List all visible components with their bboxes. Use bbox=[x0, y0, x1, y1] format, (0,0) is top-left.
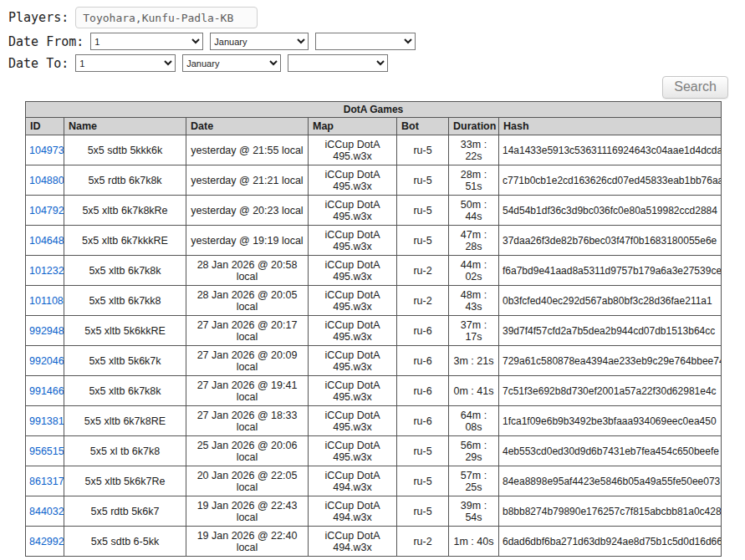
game-hash-cell: 14a1433e5913c53631116924643c04aae1d4dcda bbox=[499, 135, 722, 165]
game-hash-cell: c771b0cb1e2cd163626cd07ed45833eab1bb76aa bbox=[499, 165, 722, 196]
game-map-cell: iCCup DotA 495.w3x bbox=[309, 346, 397, 376]
column-header-name: Name bbox=[64, 118, 186, 135]
game-id-link[interactable]: 1011082 bbox=[29, 295, 64, 307]
game-map-cell: iCCup DotA 495.w3x bbox=[309, 286, 397, 316]
game-name-cell: 5x5 xltb 5k6k7k bbox=[64, 346, 186, 376]
column-header-date: Date bbox=[186, 118, 309, 135]
game-bot-cell: ru-5 bbox=[397, 135, 449, 165]
game-date-cell: 27 Jan 2026 @ 20:09 local bbox=[186, 346, 309, 376]
game-map-cell: iCCup DotA 495.w3x bbox=[309, 406, 397, 436]
games-table: DotA Games ID Name Date Map Bot Duration… bbox=[25, 101, 722, 557]
players-label: Players: bbox=[8, 10, 69, 25]
game-id-cell: 992948 bbox=[26, 316, 64, 346]
date-to-row: Date To: 1 January bbox=[8, 54, 745, 72]
game-id-link[interactable]: 992948 bbox=[29, 325, 64, 337]
game-duration-cell: 48m : 43s bbox=[449, 286, 499, 316]
game-map-cell: iCCup DotA 495.w3x bbox=[309, 376, 397, 406]
game-duration-cell: 1m : 40s bbox=[449, 527, 499, 557]
column-header-map: Map bbox=[309, 118, 397, 135]
game-id-link[interactable]: 992046 bbox=[29, 355, 64, 367]
game-name-cell: 5x5 xltb 6k7k8kRe bbox=[64, 196, 186, 226]
game-id-cell: 992046 bbox=[26, 346, 64, 376]
game-id-link[interactable]: 991466 bbox=[29, 385, 64, 397]
game-duration-cell: 64m : 08s bbox=[449, 406, 499, 436]
game-id-link[interactable]: 956515 bbox=[29, 445, 64, 457]
game-duration-cell: 44m : 02s bbox=[449, 256, 499, 286]
game-id-cell: 844032 bbox=[26, 496, 64, 527]
table-row: 861317 5x5 xltb 5k6k7Re 20 Jan 2026 @ 22… bbox=[26, 466, 722, 496]
game-bot-cell: ru-5 bbox=[397, 436, 449, 466]
game-id-cell: 842992 bbox=[26, 527, 64, 557]
table-row: 991381 5x5 xltb 6k7k8RE 27 Jan 2026 @ 18… bbox=[26, 406, 722, 436]
game-map-cell: iCCup DotA 495.w3x bbox=[309, 226, 397, 256]
game-id-cell: 1011082 bbox=[26, 286, 64, 316]
game-hash-cell: b8bb8274b79890e176257c7f815abcbb81a0c428 bbox=[499, 496, 722, 527]
game-bot-cell: ru-2 bbox=[397, 256, 449, 286]
players-row: Players: bbox=[8, 7, 745, 28]
game-duration-cell: 57m : 25s bbox=[449, 466, 499, 496]
game-bot-cell: ru-6 bbox=[397, 406, 449, 436]
game-id-link[interactable]: 1012326 bbox=[29, 265, 64, 277]
game-id-link[interactable]: 991381 bbox=[29, 415, 64, 427]
game-hash-cell: 39d7f4f57cfd2a7b5dea2b944cd07db1513b64cc bbox=[499, 316, 722, 346]
game-name-cell: 5x5 xltb 6k7k8k bbox=[64, 256, 186, 286]
game-name-cell: 5x5 xltb 6k7kk8 bbox=[64, 286, 186, 316]
game-id-cell: 1012326 bbox=[26, 256, 64, 286]
column-header-hash: Hash bbox=[499, 118, 722, 135]
date-to-year-select[interactable] bbox=[288, 54, 388, 72]
column-header-bot: Bot bbox=[397, 118, 449, 135]
games-table-title-row: DotA Games bbox=[26, 102, 722, 118]
game-date-cell: 27 Jan 2026 @ 18:33 local bbox=[186, 406, 309, 436]
game-map-cell: iCCup DotA 495.w3x bbox=[309, 135, 397, 165]
column-header-duration: Duration bbox=[449, 118, 499, 135]
game-map-cell: iCCup DotA 495.w3x bbox=[309, 436, 397, 466]
game-duration-cell: 50m : 44s bbox=[449, 196, 499, 226]
game-id-link[interactable]: 861317 bbox=[29, 476, 64, 487]
game-map-cell: iCCup DotA 494.w3x bbox=[309, 527, 397, 557]
game-date-cell: yesterday @ 20:23 local bbox=[186, 196, 309, 226]
game-bot-cell: ru-6 bbox=[397, 316, 449, 346]
game-name-cell: 5x5 rdtb 6k7k8k bbox=[64, 165, 186, 196]
search-form: Players: Date From: 1 January Date To: 1… bbox=[0, 0, 745, 72]
players-input[interactable] bbox=[75, 7, 258, 28]
game-bot-cell: ru-5 bbox=[397, 226, 449, 256]
game-id-cell: 1048802 bbox=[26, 165, 64, 196]
date-from-label: Date From: bbox=[8, 34, 84, 49]
date-from-month-select[interactable]: January bbox=[210, 33, 309, 50]
game-bot-cell: ru-2 bbox=[397, 286, 449, 316]
game-id-link[interactable]: 1049738 bbox=[29, 145, 64, 156]
game-duration-cell: 3m : 21s bbox=[449, 346, 499, 376]
games-table-header-row: ID Name Date Map Bot Duration Hash bbox=[26, 118, 722, 135]
game-bot-cell: ru-5 bbox=[397, 466, 449, 496]
game-bot-cell: ru-5 bbox=[397, 196, 449, 226]
game-id-cell: 1047925 bbox=[26, 196, 64, 226]
date-to-month-select[interactable]: January bbox=[182, 54, 281, 72]
date-from-year-select[interactable] bbox=[315, 33, 416, 50]
game-id-cell: 861317 bbox=[26, 466, 64, 496]
game-bot-cell: ru-5 bbox=[397, 165, 449, 196]
game-id-link[interactable]: 842992 bbox=[29, 536, 64, 547]
game-map-cell: iCCup DotA 495.w3x bbox=[309, 256, 397, 286]
game-bot-cell: ru-6 bbox=[397, 346, 449, 376]
game-id-link[interactable]: 1047925 bbox=[29, 205, 64, 216]
game-id-cell: 956515 bbox=[26, 436, 64, 466]
game-duration-cell: 37m : 17s bbox=[449, 316, 499, 346]
game-duration-cell: 28m : 51s bbox=[449, 165, 499, 196]
date-to-day-select[interactable]: 1 bbox=[75, 54, 176, 72]
game-date-cell: 28 Jan 2026 @ 20:58 local bbox=[186, 256, 309, 286]
game-id-link[interactable]: 1048802 bbox=[29, 175, 64, 186]
game-id-link[interactable]: 844032 bbox=[29, 506, 64, 517]
table-row: 1048802 5x5 rdtb 6k7k8k yesterday @ 21:2… bbox=[26, 165, 722, 196]
game-id-cell: 1049738 bbox=[26, 135, 64, 165]
game-map-cell: iCCup DotA 495.w3x bbox=[309, 196, 397, 226]
date-from-day-select[interactable]: 1 bbox=[90, 33, 203, 50]
game-date-cell: yesterday @ 19:19 local bbox=[186, 226, 309, 256]
game-id-link[interactable]: 1046481 bbox=[29, 235, 64, 247]
game-map-cell: iCCup DotA 495.w3x bbox=[309, 316, 397, 346]
table-row: 842992 5x5 sdtb 6-5kk 19 Jan 2026 @ 22:4… bbox=[26, 527, 722, 557]
game-date-cell: 19 Jan 2026 @ 22:40 local bbox=[186, 527, 309, 557]
game-duration-cell: 56m : 29s bbox=[449, 436, 499, 466]
game-date-cell: 27 Jan 2026 @ 20:17 local bbox=[186, 316, 309, 346]
game-bot-cell: ru-2 bbox=[397, 527, 449, 557]
search-button[interactable]: Search bbox=[662, 76, 728, 99]
